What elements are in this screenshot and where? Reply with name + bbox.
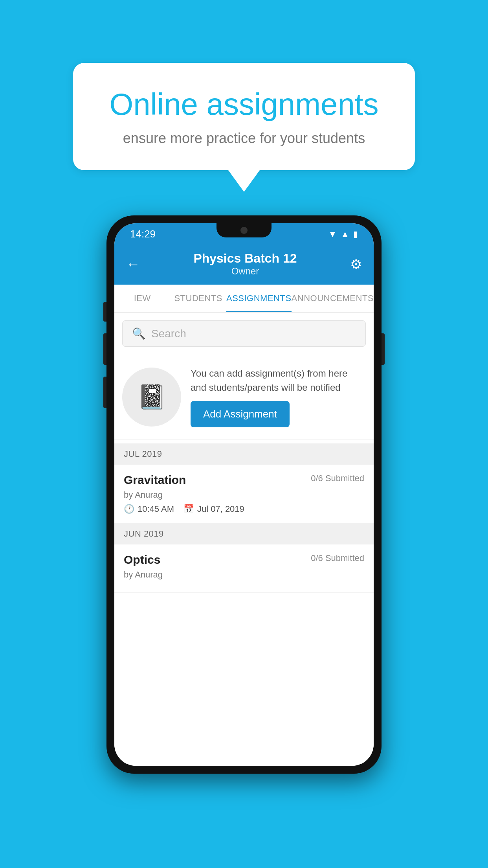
meta-time: 🕐 10:45 AM [124, 504, 174, 514]
assignment-author-optics: by Anurag [124, 570, 364, 580]
assignment-name-gravitation: Gravitation [124, 473, 186, 487]
phone-side-button-left-1 [103, 302, 106, 322]
assignment-meta-gravitation: 🕐 10:45 AM 📅 Jul 07, 2019 [124, 504, 364, 514]
assignment-item-optics[interactable]: Optics 0/6 Submitted by Anurag [114, 544, 374, 593]
settings-button[interactable]: ⚙ [350, 256, 362, 272]
calendar-icon: 📅 [183, 504, 194, 514]
assignment-name-optics: Optics [124, 553, 160, 566]
assignment-top-row-optics: Optics 0/6 Submitted [124, 553, 364, 566]
search-bar[interactable]: 🔍 Search [122, 320, 366, 347]
assignment-item-gravitation[interactable]: Gravitation 0/6 Submitted by Anurag 🕐 10… [114, 465, 374, 523]
assignment-top-row: Gravitation 0/6 Submitted [124, 473, 364, 487]
phone-side-button-left-3 [103, 377, 106, 408]
empty-state-card: 📓 You can add assignment(s) from here an… [114, 355, 374, 440]
empty-text-group: You can add assignment(s) from here and … [191, 366, 366, 427]
phone-camera [240, 227, 248, 234]
assignment-date: Jul 07, 2019 [197, 504, 244, 514]
phone-notch [216, 223, 272, 237]
empty-icon-circle: 📓 [122, 368, 181, 427]
app-header: ← Physics Batch 12 Owner ⚙ [114, 245, 374, 285]
tabs-bar: IEW STUDENTS ASSIGNMENTS ANNOUNCEMENTS [114, 285, 374, 313]
tab-iew[interactable]: IEW [114, 285, 170, 312]
phone-side-button-left-2 [103, 333, 106, 365]
phone-side-button-right [382, 333, 385, 365]
header-title: Physics Batch 12 [193, 251, 297, 266]
tab-assignments[interactable]: ASSIGNMENTS [226, 285, 292, 312]
search-icon: 🔍 [132, 327, 146, 340]
speech-bubble: Online assignments ensure more practice … [73, 63, 415, 170]
tab-students[interactable]: STUDENTS [170, 285, 226, 312]
back-button[interactable]: ← [126, 256, 140, 272]
phone-screen: 14:29 ▼ ▲ ▮ ← Physics Batch 12 Owner ⚙ [114, 223, 374, 766]
status-time: 14:29 [130, 228, 156, 240]
meta-date: 📅 Jul 07, 2019 [183, 504, 244, 514]
empty-description: You can add assignment(s) from here and … [191, 366, 366, 395]
speech-bubble-title: Online assignments [101, 86, 387, 122]
content-area: 🔍 Search 📓 You can add assignment(s) fro… [114, 313, 374, 766]
add-assignment-button[interactable]: Add Assignment [191, 401, 290, 427]
phone-frame: 14:29 ▼ ▲ ▮ ← Physics Batch 12 Owner ⚙ [106, 215, 382, 774]
assignment-author-gravitation: by Anurag [124, 490, 364, 500]
section-header-jul: JUL 2019 [114, 443, 374, 465]
clock-icon: 🕐 [124, 504, 134, 514]
assignment-submitted-optics: 0/6 Submitted [311, 553, 364, 563]
signal-icon: ▲ [341, 229, 349, 239]
tab-announcements[interactable]: ANNOUNCEMENTS [292, 285, 374, 312]
phone-wrapper: 14:29 ▼ ▲ ▮ ← Physics Batch 12 Owner ⚙ [106, 215, 382, 774]
status-icons: ▼ ▲ ▮ [328, 229, 358, 239]
speech-bubble-tail [228, 170, 260, 192]
notebook-icon: 📓 [137, 383, 167, 411]
assignment-submitted-gravitation: 0/6 Submitted [311, 473, 364, 484]
header-title-group: Physics Batch 12 Owner [193, 251, 297, 277]
search-placeholder: Search [151, 327, 186, 340]
battery-icon: ▮ [353, 229, 358, 239]
section-header-jun: JUN 2019 [114, 523, 374, 544]
speech-bubble-container: Online assignments ensure more practice … [73, 63, 415, 192]
assignment-time: 10:45 AM [138, 504, 174, 514]
speech-bubble-subtitle: ensure more practice for your students [101, 130, 387, 147]
wifi-icon: ▼ [328, 229, 337, 239]
header-subtitle: Owner [193, 266, 297, 277]
